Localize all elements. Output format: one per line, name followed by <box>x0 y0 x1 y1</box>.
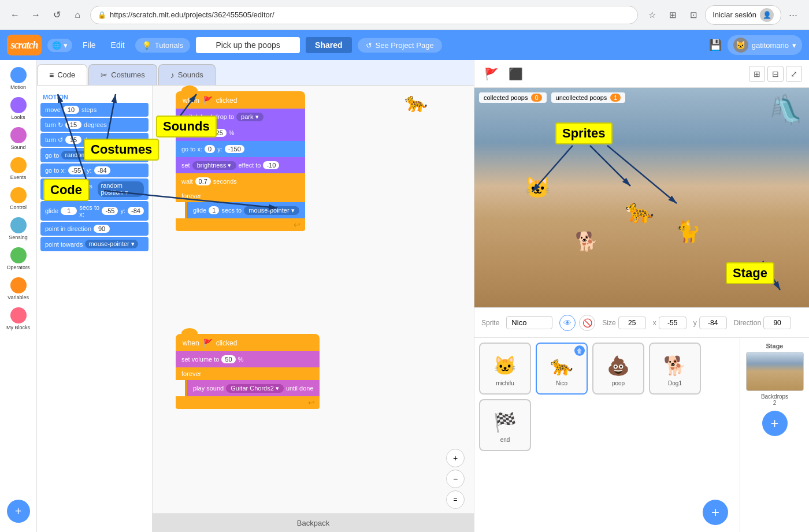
sprite-item-end[interactable]: 🏁 end <box>479 399 531 451</box>
x-coord-input[interactable] <box>659 317 686 329</box>
y-coord-input[interactable] <box>699 317 727 329</box>
hat-block-1[interactable]: when 🚩 clicked <box>176 91 305 109</box>
palette-goto-block[interactable]: go to random position ▾ <box>40 148 149 162</box>
sidebar-item-sensing[interactable]: Sensing <box>0 215 36 243</box>
sprite-name-input[interactable] <box>506 316 552 329</box>
zoom-in-button[interactable]: + <box>446 449 465 467</box>
switch-backdrop-block[interactable]: switch backdrop to park ▾ <box>176 109 305 125</box>
shared-button[interactable]: Shared <box>306 37 351 53</box>
zoom-controls: + − = <box>446 449 465 509</box>
address-bar[interactable]: 🔒 https://scratch.mit.edu/projects/36245… <box>90 6 638 24</box>
nico-delete-button[interactable]: 🗑 <box>574 345 585 356</box>
direction-label: Direction <box>734 319 761 327</box>
size-input[interactable] <box>618 317 646 329</box>
play-sound-block[interactable]: play sound Guitar Chords2 ▾ until done <box>185 380 320 396</box>
tab-button[interactable]: ⊡ <box>684 6 703 24</box>
stage-thumbnail[interactable] <box>746 352 804 391</box>
effect-dropdown[interactable]: brightness ▾ <box>192 161 236 170</box>
size-input[interactable]: 25 <box>213 129 227 137</box>
y-input[interactable]: -150 <box>225 145 244 153</box>
wait-block[interactable]: wait 0.7 seconds <box>176 173 305 189</box>
globe-button[interactable]: 🌐 ▾ <box>47 39 72 52</box>
palette-turn-cw-block[interactable]: turn ↻ 15 degrees <box>40 118 149 132</box>
star-button[interactable]: ☆ <box>643 6 661 24</box>
glide-secs-input[interactable]: 1 <box>209 206 219 214</box>
sidebar-item-events[interactable]: Events <box>0 155 36 183</box>
forever-top[interactable]: forever <box>176 189 305 202</box>
forever2-top[interactable]: forever <box>176 367 320 380</box>
set-size-block[interactable]: set size to 25 % <box>176 125 305 141</box>
effect-input[interactable]: -10 <box>263 161 279 169</box>
add-sprite-button[interactable]: + <box>703 500 728 525</box>
file-menu[interactable]: File <box>78 38 101 52</box>
glide-target-dropdown[interactable]: mouse-pointer ▾ <box>244 206 299 215</box>
browser-actions: ☆ ⊞ ⊡ Iniciar sesión 👤 ⋯ <box>643 5 802 25</box>
green-flag-button[interactable]: 🚩 <box>481 64 501 84</box>
sprite-item-dog1[interactable]: 🐕 Dog1 <box>649 343 701 395</box>
palette-turn-ccw-block[interactable]: turn ↺ 15 degrees <box>40 133 149 147</box>
volume-input[interactable]: 50 <box>221 355 235 363</box>
direction-input[interactable] <box>763 317 791 329</box>
refresh-button[interactable]: ↺ <box>49 7 65 23</box>
sprite-item-michifu[interactable]: 🐱 michifu <box>479 343 531 395</box>
palette-goto-xy-block[interactable]: go to x: -55 y: -84 <box>40 163 149 177</box>
hide-sprite-button[interactable]: 🚫 <box>579 315 595 331</box>
collected-poops-counter: collected poops 0 <box>479 92 547 103</box>
backpack-label: Backpack <box>297 519 329 527</box>
tutorials-button[interactable]: 💡 Tutorials <box>135 38 190 53</box>
zoom-out-button[interactable]: − <box>446 470 465 488</box>
palette-point-dir-block[interactable]: point in direction 90 <box>40 222 149 236</box>
sidebar-item-looks[interactable]: Looks <box>0 95 36 122</box>
sidebar-item-motion[interactable]: Motion <box>0 65 36 92</box>
hat-block-2[interactable]: when 🚩 clicked <box>176 334 320 351</box>
palette-glide-xy-block[interactable]: glide 1 secs to x: -55 y: -84 <box>40 201 149 221</box>
sidebar-item-sound[interactable]: Sound <box>0 125 36 152</box>
show-sprite-button[interactable]: 👁 <box>559 315 576 331</box>
forward-button[interactable]: → <box>28 7 44 23</box>
sound-dropdown[interactable]: Guitar Chords2 ▾ <box>226 384 284 393</box>
sidebar-item-operators[interactable]: Operators <box>0 245 36 273</box>
glide-inner-block[interactable]: glide 1 secs to mouse-pointer ▾ <box>185 202 305 218</box>
project-name-button[interactable]: Pick up the poops <box>196 37 300 53</box>
back-button[interactable]: ← <box>7 7 23 23</box>
edit-menu[interactable]: Edit <box>106 38 129 52</box>
x-label: x <box>653 319 656 327</box>
backpack-bar[interactable]: Backpack <box>153 514 474 532</box>
sidebar-item-myblocks[interactable]: My Blocks <box>0 305 36 333</box>
more-button[interactable]: ⋯ <box>784 6 802 24</box>
tab-sounds[interactable]: ♪ Sounds <box>158 64 216 85</box>
sidebar-item-variables[interactable]: Variables <box>0 275 36 303</box>
add-backdrop-button[interactable]: + <box>762 411 788 436</box>
bookmark-button[interactable]: ⊞ <box>663 6 682 24</box>
x-input[interactable]: 0 <box>205 145 215 153</box>
set-effect-block[interactable]: set brightness ▾ effect to -10 <box>176 157 305 173</box>
user-menu-button[interactable]: 🐱 gatitomario ▾ <box>728 35 802 55</box>
stop-button[interactable]: ⬛ <box>506 64 525 84</box>
sidebar-item-control[interactable]: Control <box>0 185 36 213</box>
palette-move-block[interactable]: move 10 steps <box>40 103 149 117</box>
operators-label: Operators <box>6 265 29 270</box>
palette-glide-block[interactable]: glide 1 secs to random position ▾ <box>40 178 149 200</box>
palette-point-towards-block[interactable]: point towards mouse-pointer ▾ <box>40 237 149 251</box>
lock-icon: 🔒 <box>98 11 106 19</box>
small-stage-button[interactable]: ⊞ <box>749 66 765 82</box>
fit-to-screen-button[interactable]: = <box>446 490 465 509</box>
backdrop-dropdown[interactable]: park ▾ <box>236 113 263 121</box>
set-volume-block[interactable]: set volume to 50 % <box>176 351 320 367</box>
add-extension-button[interactable]: + <box>7 500 30 523</box>
home-button[interactable]: ⌂ <box>69 7 86 23</box>
control-dot <box>10 187 27 203</box>
fullscreen-button[interactable]: ⤢ <box>786 66 802 82</box>
signin-button[interactable]: Iniciar sesión 👤 <box>705 5 781 25</box>
wait-input[interactable]: 0.7 <box>195 177 211 185</box>
goto-xy-block[interactable]: go to x: 0 y: -150 <box>176 141 305 157</box>
canvas-scroll[interactable]: when 🚩 clicked switch backdrop to park ▾ <box>153 85 474 514</box>
save-button[interactable]: 💾 <box>709 39 722 51</box>
sprite-item-nico[interactable]: 🗑 🐆 Nico <box>536 343 588 395</box>
tab-costumes[interactable]: ✂ Costumes <box>88 64 157 85</box>
large-stage-button[interactable]: ⊟ <box>767 66 784 82</box>
flag-icon-2: 🚩 <box>203 338 213 348</box>
tab-code[interactable]: ≡ Code <box>37 64 87 85</box>
see-project-button[interactable]: ↺ See Project Page <box>358 38 442 53</box>
sprite-item-poop[interactable]: 💩 poop <box>592 343 644 395</box>
